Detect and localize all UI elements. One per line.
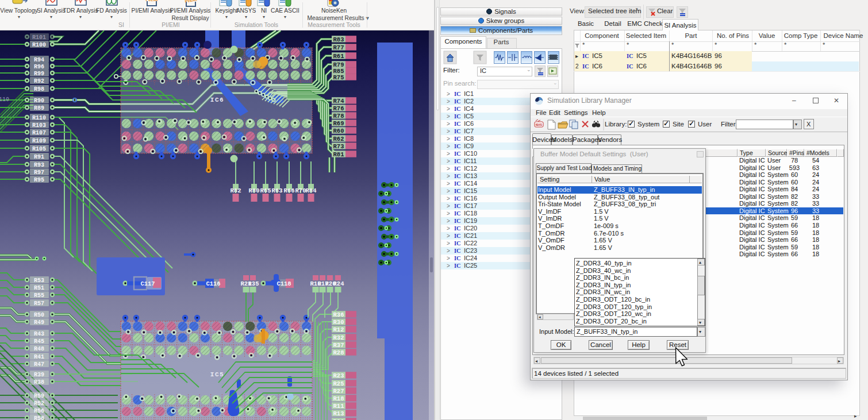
svg-text:R32: R32 xyxy=(333,334,344,341)
svg-text:R100: R100 xyxy=(32,42,46,48)
svg-text:C118: C118 xyxy=(276,280,291,287)
svg-text:R101: R101 xyxy=(32,34,46,41)
svg-text:R92: R92 xyxy=(34,78,44,84)
svg-text:R103: R103 xyxy=(32,122,46,129)
svg-text:R91: R91 xyxy=(34,154,44,160)
svg-text:R38: R38 xyxy=(34,379,44,386)
svg-text:C117: C117 xyxy=(140,280,155,287)
svg-text:IC6: IC6 xyxy=(210,97,224,103)
svg-text:R70: R70 xyxy=(295,187,306,194)
svg-text:R77: R77 xyxy=(333,44,344,51)
svg-text:R12: R12 xyxy=(333,326,344,333)
svg-text:R47: R47 xyxy=(34,361,44,368)
svg-text:R61: R61 xyxy=(333,53,344,60)
svg-text:R110: R110 xyxy=(32,115,46,121)
svg-text:R65: R65 xyxy=(260,187,271,194)
svg-text:R109: R109 xyxy=(32,138,46,144)
svg-text:R52: R52 xyxy=(34,400,44,407)
svg-text:R13: R13 xyxy=(333,410,344,417)
svg-text:R43: R43 xyxy=(34,331,44,337)
svg-text:R74: R74 xyxy=(333,98,344,105)
svg-text:R49: R49 xyxy=(34,319,44,326)
svg-text:R18: R18 xyxy=(333,395,344,402)
svg-text:R60: R60 xyxy=(333,128,344,134)
svg-text:R78: R78 xyxy=(333,113,344,120)
svg-text:IBIS: IBIS xyxy=(536,123,543,126)
svg-text:R51: R51 xyxy=(34,285,44,291)
svg-text:R98: R98 xyxy=(34,86,44,93)
svg-text:R58: R58 xyxy=(34,415,44,420)
svg-text:R105: R105 xyxy=(32,146,46,152)
svg-text:R41: R41 xyxy=(34,354,44,360)
svg-text:110: 110 xyxy=(0,97,9,103)
svg-text:R11: R11 xyxy=(333,403,344,410)
svg-text:R95: R95 xyxy=(34,177,44,183)
svg-text:R84: R84 xyxy=(306,187,317,194)
svg-text:R50: R50 xyxy=(34,312,44,318)
svg-text:R89: R89 xyxy=(34,105,44,111)
svg-text:R62: R62 xyxy=(333,136,344,142)
svg-text:R57: R57 xyxy=(34,300,44,307)
svg-text:R82: R82 xyxy=(231,187,241,194)
svg-text:C116: C116 xyxy=(206,280,220,287)
svg-text:R73: R73 xyxy=(333,143,344,150)
svg-text:R55: R55 xyxy=(34,292,44,299)
svg-text:IC5: IC5 xyxy=(210,371,224,378)
svg-text:R56: R56 xyxy=(34,408,44,414)
svg-text:R59: R59 xyxy=(34,393,44,399)
svg-text:R94: R94 xyxy=(34,57,44,63)
svg-text:PI/EMI: PI/EMI xyxy=(145,0,158,2)
svg-text:R36: R36 xyxy=(333,311,344,318)
svg-text:R83: R83 xyxy=(333,36,344,43)
svg-text:R48: R48 xyxy=(34,346,44,352)
svg-text:R69: R69 xyxy=(333,120,344,127)
svg-text:R66: R66 xyxy=(284,187,295,194)
svg-text:R75: R75 xyxy=(333,74,344,81)
svg-text:R37: R37 xyxy=(333,342,344,349)
svg-text:R63: R63 xyxy=(272,187,283,194)
svg-text:R76: R76 xyxy=(333,105,344,112)
svg-text:R45: R45 xyxy=(34,338,44,345)
svg-text:R90: R90 xyxy=(34,98,44,104)
svg-text:R39: R39 xyxy=(34,372,44,378)
svg-text:R99: R99 xyxy=(34,71,44,77)
svg-text:R27: R27 xyxy=(333,388,344,395)
svg-text:R80: R80 xyxy=(249,187,260,194)
svg-text:R97: R97 xyxy=(34,169,44,176)
svg-text:R93: R93 xyxy=(34,162,44,168)
svg-text:R30: R30 xyxy=(333,319,344,326)
svg-text:R35: R35 xyxy=(248,280,259,287)
svg-text:R96: R96 xyxy=(34,64,44,70)
svg-text:R107: R107 xyxy=(32,130,46,136)
svg-text:R23: R23 xyxy=(333,372,344,379)
svg-text:R53: R53 xyxy=(34,278,44,284)
svg-text:R25: R25 xyxy=(333,380,344,387)
svg-text:R28: R28 xyxy=(333,349,344,356)
svg-text:R81: R81 xyxy=(333,151,344,158)
svg-text:R24: R24 xyxy=(333,280,344,287)
